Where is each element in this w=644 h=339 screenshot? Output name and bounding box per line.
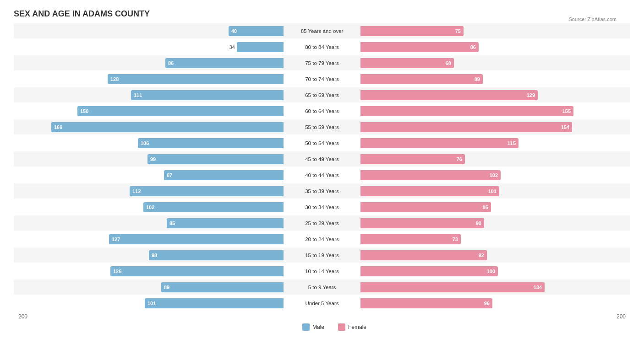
bar-female: 100 [360, 266, 498, 276]
chart-row: 34 80 to 84 Years 86 [14, 39, 630, 54]
bar-male: 87 [164, 170, 284, 180]
female-value-inside: 90 [476, 221, 484, 226]
chart-row: 89 5 to 9 Years 134 [14, 280, 630, 295]
chart-row: 111 65 to 69 Years 129 [14, 87, 630, 102]
chart-row: 98 15 to 19 Years 92 [14, 248, 630, 263]
bar-female: 96 [360, 298, 492, 308]
age-label: 10 to 14 Years [285, 269, 359, 274]
bar-male: 102 [143, 202, 284, 212]
axis-left-label: 200 [18, 313, 27, 320]
bar-male: 111 [131, 90, 284, 100]
male-color-box [302, 323, 310, 331]
legend-female: Female [338, 323, 366, 331]
bar-female: 73 [360, 234, 461, 244]
bar-female: 134 [360, 282, 545, 292]
age-label: 5 to 9 Years [285, 285, 359, 290]
age-label: 45 to 49 Years [285, 156, 359, 162]
chart-row: 126 10 to 14 Years 100 [14, 264, 630, 279]
bar-male: 169 [51, 122, 284, 132]
male-value-inside: 150 [77, 108, 88, 114]
male-value-inside: 106 [138, 140, 149, 146]
bar-female: 75 [360, 26, 464, 36]
age-label: 70 to 74 Years [285, 76, 359, 82]
chart-row: 99 45 to 49 Years 76 [14, 151, 630, 167]
female-value-inside: 75 [455, 28, 464, 34]
male-value-inside: 85 [167, 221, 175, 226]
male-value-inside: 102 [143, 204, 154, 210]
male-value-inside: 40 [229, 28, 237, 34]
legend-male-label: Male [312, 324, 324, 330]
bar-male: 128 [108, 74, 284, 84]
bar-male: 112 [130, 186, 284, 196]
bar-female: 102 [360, 170, 501, 180]
chart-row: 127 20 to 24 Years 73 [14, 231, 630, 247]
bar-female: 129 [360, 90, 538, 100]
axis-right-label: 200 [617, 313, 626, 320]
bar-female: 154 [360, 122, 572, 132]
age-label: 75 to 79 Years [285, 60, 359, 66]
bar-male: 126 [110, 266, 284, 276]
legend-female-label: Female [348, 324, 366, 330]
age-label: 15 to 19 Years [285, 253, 359, 258]
bar-male: 98 [149, 250, 284, 260]
female-value-inside: 129 [527, 92, 538, 98]
female-value-inside: 92 [479, 253, 487, 258]
bar-female: 95 [360, 202, 491, 212]
chart-row: 150 60 to 64 Years 155 [14, 103, 630, 118]
female-value-inside: 101 [488, 188, 499, 194]
male-value-inside: 86 [165, 60, 174, 66]
female-value-inside: 89 [475, 76, 483, 82]
male-value-inside: 127 [109, 237, 120, 242]
chart-row: 106 50 to 54 Years 115 [14, 135, 630, 151]
bar-female: 90 [360, 218, 484, 228]
male-value-inside: 128 [108, 76, 119, 82]
chart-row: 86 75 to 79 Years 68 [14, 55, 630, 70]
female-value-inside: 73 [453, 237, 461, 242]
age-label: 20 to 24 Years [285, 237, 359, 242]
chart-row: 85 25 to 29 Years 90 [14, 215, 630, 231]
legend-male: Male [302, 323, 324, 331]
bar-male: 85 [167, 218, 284, 228]
male-value-inside: 89 [161, 285, 169, 290]
bar-female: 115 [360, 138, 518, 148]
bar-male: 106 [138, 138, 284, 148]
female-value-inside: 115 [508, 140, 518, 146]
bar-male: 40 [229, 26, 284, 36]
bar-female: 68 [360, 58, 454, 68]
bar-female: 101 [360, 186, 499, 196]
bar-male: 89 [161, 282, 284, 292]
female-value-inside: 102 [490, 172, 501, 178]
male-value-inside: 112 [130, 188, 141, 194]
bar-male [237, 42, 284, 52]
chart-row: 128 70 to 74 Years 89 [14, 71, 630, 86]
age-label: 85 Years and over [285, 28, 359, 34]
bar-male: 99 [147, 154, 284, 164]
male-value-inside: 111 [131, 92, 142, 98]
female-color-box [338, 323, 345, 331]
age-label: 55 to 59 Years [285, 124, 359, 130]
male-value-inside: 98 [149, 253, 157, 258]
chart-row: 169 55 to 59 Years 154 [14, 119, 630, 135]
chart-row: 101 Under 5 Years 96 [14, 296, 630, 311]
bar-female: 89 [360, 74, 483, 84]
chart-title: SEX AND AGE IN ADAMS COUNTY [14, 9, 630, 19]
female-value-inside: 76 [457, 156, 465, 162]
age-label: 80 to 84 Years [285, 44, 359, 50]
age-label: 30 to 34 Years [285, 204, 359, 210]
male-value-inside: 169 [51, 124, 62, 130]
age-label: 50 to 54 Years [285, 140, 359, 146]
age-label: 60 to 64 Years [285, 108, 359, 114]
chart-row: 112 35 to 39 Years 101 [14, 183, 630, 199]
female-value-inside: 96 [484, 301, 492, 306]
bar-male: 86 [165, 58, 284, 68]
male-value-inside: 99 [147, 156, 156, 162]
male-value-inside: 126 [110, 269, 121, 274]
axis-row: 200 200 [14, 313, 630, 320]
bar-male: 150 [77, 106, 284, 116]
female-value-inside: 68 [446, 60, 454, 66]
male-value-inside: 87 [164, 172, 172, 178]
female-value-inside: 86 [470, 44, 479, 50]
age-label: Under 5 Years [285, 301, 359, 306]
bar-male: 101 [145, 298, 284, 308]
female-value-inside: 100 [487, 269, 498, 274]
